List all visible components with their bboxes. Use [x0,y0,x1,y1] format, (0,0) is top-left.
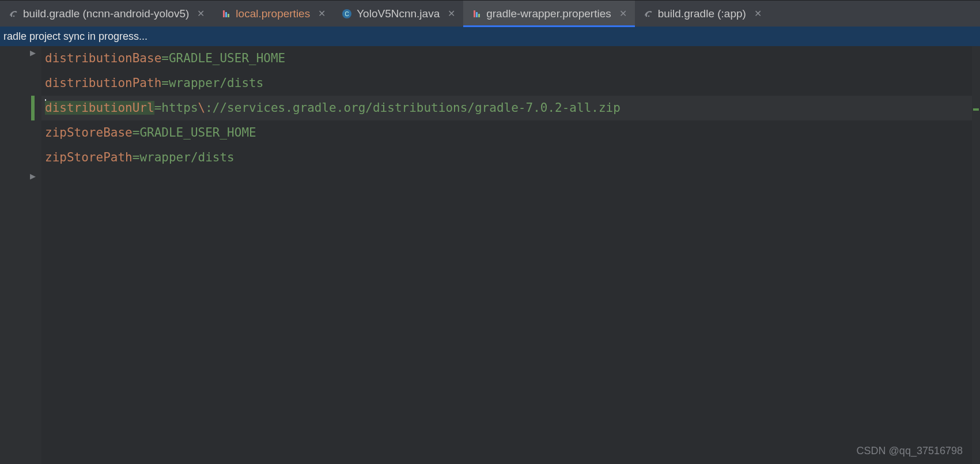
svg-rect-8 [476,12,478,17]
svg-rect-2 [223,10,225,17]
close-icon[interactable]: ✕ [318,8,326,19]
property-value: https [161,101,198,115]
property-key: distributionBase [45,51,161,65]
property-value: ://services.gradle.org/distributions/gra… [205,101,620,115]
property-value: wrapper/dists [139,150,234,164]
editor-tab-3[interactable]: gradle-wrapper.properties✕ [463,1,635,27]
tab-label: local.properties [236,7,310,20]
property-value: \ [198,101,206,115]
property-key: distributionPath [45,76,161,90]
property-value: GRADLE_USER_HOME [169,51,285,65]
code-line[interactable]: zipStorePath=wrapper/dists [41,145,980,170]
code-line[interactable]: distributionPath=wrapper/dists [41,71,980,96]
tab-label: YoloV5Ncnn.java [357,7,440,20]
fold-marker-icon[interactable]: ▶ [30,172,36,180]
close-icon[interactable]: ✕ [197,8,205,19]
editor-tab-2[interactable]: CYoloV5Ncnn.java✕ [334,1,463,27]
property-key: zipStoreBase [45,126,133,139]
svg-text:C: C [345,11,349,17]
svg-rect-3 [225,12,227,17]
java-file-icon: C [342,9,352,19]
svg-point-0 [11,15,13,17]
close-icon[interactable]: ✕ [448,8,455,19]
gradle-file-icon [643,9,653,19]
property-value: wrapper/dists [169,76,263,90]
svg-point-10 [645,15,647,17]
properties-file-icon [221,9,231,19]
equals-sign: = [133,126,140,139]
code-line[interactable]: distributionUrl=https\://services.gradle… [41,96,980,120]
code-area[interactable]: distributionBase=GRADLE_USER_HOMEdistrib… [41,46,980,464]
sync-notification-text: radle project sync in progress... [3,31,147,43]
equals-sign: = [133,150,140,164]
property-key: distributionUrl [45,101,154,115]
gradle-file-icon [8,9,18,19]
change-marker [31,96,35,120]
tab-label: build.gradle (ncnn-android-yolov5) [23,7,189,20]
equals-sign: = [161,76,169,90]
editor-scrollbar[interactable] [972,46,980,464]
svg-rect-9 [478,14,480,17]
code-line[interactable]: distributionBase=GRADLE_USER_HOME [41,46,980,71]
sync-notification-bar: radle project sync in progress... [0,27,980,46]
close-icon[interactable]: ✕ [619,8,627,19]
editor-tab-bar: build.gradle (ncnn-android-yolov5)✕local… [0,0,980,27]
svg-point-1 [13,15,15,17]
close-icon[interactable]: ✕ [754,8,762,19]
editor-gutter[interactable]: ▶ ▶ [0,46,41,464]
watermark-text: CSDN @qq_37516798 [857,445,963,457]
tab-label: build.gradle (:app) [658,7,746,20]
properties-file-icon [471,9,482,19]
property-key: zipStorePath [45,150,133,164]
code-line[interactable]: zipStoreBase=GRADLE_USER_HOME [41,120,980,145]
property-value: GRADLE_USER_HOME [139,126,256,139]
svg-rect-7 [474,10,475,17]
editor-tab-4[interactable]: build.gradle (:app)✕ [635,1,770,27]
editor-tab-1[interactable]: local.properties✕ [213,1,334,27]
fold-marker-icon[interactable]: ▶ [30,48,36,57]
svg-point-11 [648,15,649,17]
tab-label: gradle-wrapper.properties [486,7,611,20]
scrollbar-change-marker [973,108,979,111]
code-editor[interactable]: ▶ ▶ distributionBase=GRADLE_USER_HOMEdis… [0,46,980,464]
editor-tab-0[interactable]: build.gradle (ncnn-android-yolov5)✕ [0,1,213,27]
equals-sign: = [161,51,169,65]
equals-sign: = [154,101,162,115]
svg-rect-4 [228,14,229,17]
